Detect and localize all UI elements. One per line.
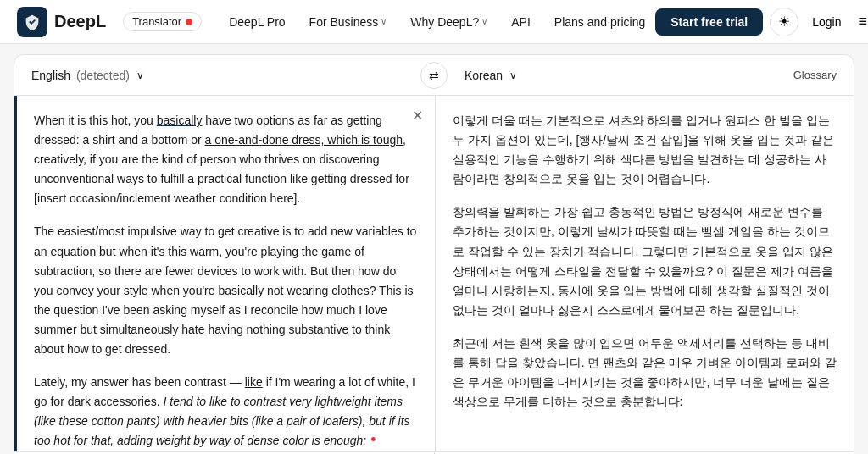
chevron-down-icon: ∨: [481, 17, 487, 26]
source-language-button[interactable]: English (detected) ∨: [31, 69, 144, 82]
source-lang-detected: (detected): [76, 69, 130, 82]
translator-panel: English (detected) ∨ ⇄ Korean ∨ Glossary: [14, 54, 854, 454]
glossary-button[interactable]: Glossary: [793, 69, 837, 81]
translator-label: Translator: [132, 15, 181, 28]
target-paragraph-2: 창의력을 발휘하는 가장 쉽고 충동적인 방법은 방정식에 새로운 변수를 추가…: [453, 202, 837, 320]
login-button[interactable]: Login: [805, 10, 848, 34]
logo: DeepL: [17, 7, 106, 37]
navigation: DeepL Translator DeepL Pro For Business …: [0, 0, 868, 44]
target-lang-arrow: ∨: [509, 69, 517, 81]
target-paragraph-1: 이렇게 더울 때는 기본적으로 셔츠와 하의를 입거나 원피스 한 벌을 입는 …: [453, 111, 837, 189]
main-content: English (detected) ∨ ⇄ Korean ∨ Glossary: [0, 44, 868, 454]
close-icon: ✕: [412, 108, 423, 123]
emphasized-word-2: but: [99, 245, 115, 258]
nav-link-api[interactable]: API: [501, 10, 541, 34]
target-language-button[interactable]: Korean ∨: [465, 69, 517, 82]
target-text-panel: 이렇게 더울 때는 기본적으로 셔츠와 하의를 입거나 원피스 한 벌을 입는 …: [436, 96, 854, 451]
clear-source-button[interactable]: ✕: [412, 108, 423, 124]
target-paragraph-3: 최근에 저는 흰색 옷을 많이 입으면 어두운 액세서리를 선택하는 등 대비를…: [453, 334, 837, 412]
source-paragraph-2: The easiest/most impulsive way to get cr…: [34, 222, 418, 359]
source-lang-name: English: [31, 69, 70, 82]
nav-link-plans[interactable]: Plans and pricing: [544, 10, 655, 34]
source-lang-arrow: ∨: [136, 69, 144, 81]
target-lang-selector[interactable]: Korean ∨ Glossary: [448, 69, 854, 82]
emphasized-word: basically: [157, 114, 203, 127]
target-lang-name: Korean: [465, 69, 503, 82]
language-bar: English (detected) ∨ ⇄ Korean ∨ Glossary: [14, 55, 854, 96]
theme-toggle-button[interactable]: ☀: [770, 8, 798, 36]
chevron-down-icon: ∨: [381, 17, 387, 26]
trial-button[interactable]: Start free trial: [655, 8, 763, 36]
source-lang-selector[interactable]: English (detected) ∨: [14, 69, 420, 82]
nav-link-business[interactable]: For Business ∨: [299, 10, 398, 34]
translator-badge[interactable]: Translator: [123, 12, 202, 31]
link-text: a one-and-done dress, which is tough,: [205, 133, 406, 147]
menu-button[interactable]: ≡: [855, 9, 868, 34]
text-panels: ✕ When it is this hot, you basically hav…: [14, 96, 854, 451]
highlighted-text: I tend to like to contrast very lightwei…: [34, 395, 410, 447]
swap-languages-button[interactable]: ⇄: [420, 62, 448, 89]
logo-text: DeepL: [54, 12, 106, 31]
nav-link-pro[interactable]: DeepL Pro: [219, 10, 295, 34]
nav-links: DeepL Pro For Business ∨ Why DeepL? ∨ AP…: [219, 10, 655, 34]
sun-icon: ☀: [778, 14, 790, 30]
logo-icon: [17, 7, 47, 37]
nav-link-why[interactable]: Why DeepL? ∨: [400, 10, 498, 34]
source-text-panel[interactable]: ✕ When it is this hot, you basically hav…: [14, 96, 436, 451]
char-warning-dot: •: [366, 431, 376, 448]
source-paragraph-3: Lately, my answer has been contrast — li…: [34, 373, 418, 451]
source-paragraph-1: When it is this hot, you basically have …: [34, 111, 418, 208]
nav-actions: Start free trial ☀ Login ≡: [655, 8, 868, 36]
badge-dot: [186, 19, 192, 25]
swap-icon: ⇄: [429, 69, 439, 82]
link-text-2: like: [245, 375, 263, 389]
hamburger-icon: ≡: [859, 13, 868, 30]
